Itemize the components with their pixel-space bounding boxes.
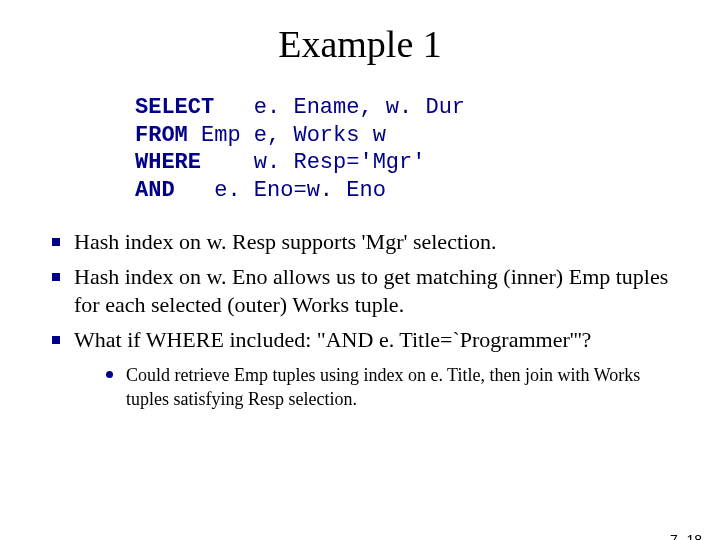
slide: Example 1 SELECT e. Ename, w. Dur FROM E… <box>0 22 720 540</box>
code-kw-and: AND <box>135 178 175 203</box>
code-rest-1: e. Ename, w. Dur <box>214 95 465 120</box>
bullet-item-2: Hash index on w. Eno allows us to get ma… <box>48 263 672 320</box>
code-kw-where: WHERE <box>135 150 201 175</box>
code-rest-4: e. Eno=w. Eno <box>175 178 386 203</box>
sub-bullet-item-1: Could retrieve Emp tuples using index on… <box>104 364 672 411</box>
sql-code-block: SELECT e. Ename, w. Dur FROM Emp e, Work… <box>135 94 720 204</box>
code-rest-3: w. Resp='Mgr' <box>201 150 425 175</box>
bullet-list: Hash index on w. Resp supports 'Mgr' sel… <box>48 228 672 411</box>
bullet-item-1: Hash index on w. Resp supports 'Mgr' sel… <box>48 228 672 257</box>
bullet-item-3: What if WHERE included: "AND e. Title=`P… <box>48 326 672 411</box>
code-rest-2: Emp e, Works w <box>188 123 386 148</box>
slide-number: 7 -18 <box>670 532 702 540</box>
page-title: Example 1 <box>0 22 720 66</box>
code-kw-select: SELECT <box>135 95 214 120</box>
bullet-item-3-text: What if WHERE included: "AND e. Title=`P… <box>74 327 591 352</box>
sub-bullet-list: Could retrieve Emp tuples using index on… <box>104 364 672 411</box>
code-kw-from: FROM <box>135 123 188 148</box>
